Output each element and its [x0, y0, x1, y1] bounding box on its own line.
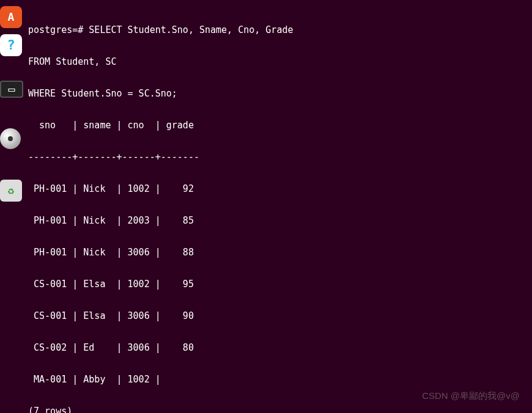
terminal-line: CS-001 | Elsa | 1002 | 95	[28, 276, 532, 292]
disc-icon[interactable]	[0, 128, 21, 149]
terminal-line: --------+-------+------+-------	[28, 149, 532, 165]
terminal-output[interactable]: postgres=# SELECT Student.Sno, Sname, Cn…	[28, 6, 532, 413]
launcher: A ? ▭ ♻	[0, 0, 23, 413]
workspace-switcher-icon[interactable]: ▭	[0, 81, 23, 98]
terminal-line: PH-001 | Nick | 2003 | 85	[28, 213, 532, 228]
terminal-line: CS-002 | Ed | 3006 | 80	[28, 340, 532, 356]
terminal-line: WHERE Student.Sno = SC.Sno;	[28, 86, 532, 101]
terminal-line: FROM Student, SC	[28, 54, 532, 70]
terminal-line: sno | sname | cno | grade	[28, 117, 532, 133]
trash-icon[interactable]: ♻	[0, 180, 22, 202]
watermark: CSDN @卑鄙的我@v@	[422, 388, 520, 404]
terminal-line: CS-001 | Elsa | 3006 | 90	[28, 308, 532, 324]
ubuntu-software-icon[interactable]: A	[0, 6, 22, 28]
terminal-line: postgres=# SELECT Student.Sno, Sname, Cn…	[28, 22, 532, 38]
terminal-line: PH-001 | Nick | 3006 | 88	[28, 244, 532, 260]
terminal-line: (7 rows)	[28, 403, 532, 413]
terminal-line: MA-001 | Abby | 1002 |	[28, 371, 532, 387]
help-icon[interactable]: ?	[0, 34, 22, 56]
terminal-line: PH-001 | Nick | 1002 | 92	[28, 181, 532, 197]
